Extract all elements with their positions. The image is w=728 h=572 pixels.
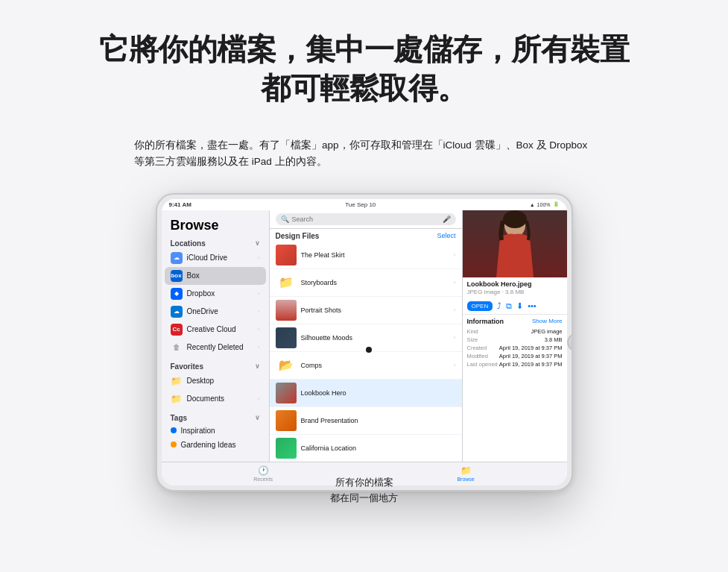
pleat-skirt-info: The Pleat Skirt <box>301 251 449 259</box>
tags-chevron-icon: ∨ <box>255 414 260 421</box>
comps-info: Comps <box>301 362 449 369</box>
sidebar-item-documents[interactable]: 📁 Documents › <box>162 390 269 408</box>
browse-title: Browse <box>162 215 269 238</box>
tags-section-header: Tags ∨ <box>162 412 269 424</box>
detail-image <box>463 210 567 277</box>
files-header: 🔍 🎤 <box>270 210 462 229</box>
file-item-storyboards[interactable]: 📁 Storyboards › <box>270 269 462 297</box>
search-icon: 🔍 <box>281 216 289 223</box>
detail-file-type: JPEG image · 3.8 MB <box>463 289 567 298</box>
documents-label: Documents <box>187 395 225 403</box>
locations-label: Locations <box>171 239 206 248</box>
storyboards-name: Storyboards <box>301 279 449 286</box>
dropbox-icon: ◆ <box>171 288 183 300</box>
sidebar-item-box[interactable]: box Box <box>165 267 266 285</box>
info-row-modified: Modified April 19, 2019 at 9:37 PM <box>467 352 563 360</box>
pleat-skirt-thumb <box>276 245 297 265</box>
file-item-brand-presentation[interactable]: Brand Presentation <box>270 407 462 435</box>
portrait-shots-thumb <box>276 300 297 321</box>
silhouette-thumb <box>276 327 297 348</box>
description-section: 你的所有檔案，盡在一處。有了「檔案」app，你可存取和管理在「iCloud 雲碟… <box>0 122 728 193</box>
sidebar-item-onedrive[interactable]: ☁ OneDrive › <box>162 303 269 321</box>
status-date: Tue Sep 10 <box>345 201 376 208</box>
lookbook-name: Lookbook Hero <box>301 389 456 397</box>
hero-section: 它將你的檔案，集中一處儲存，所有裝置都可輕鬆取得。 <box>0 0 728 122</box>
gardening-tag-icon <box>171 441 177 447</box>
tab-recents[interactable]: 🕐 Recents <box>253 465 273 482</box>
sidebar-item-desktop[interactable]: 📁 Desktop <box>162 372 269 390</box>
file-item-lookbook[interactable]: Lookbook Hero <box>270 380 462 407</box>
app-content: Browse Locations ∨ ☁ iCloud Drive › <box>162 210 567 462</box>
show-more-button[interactable]: Show More <box>532 318 562 324</box>
sidebar-item-inspiration[interactable]: Inspiration <box>162 424 269 438</box>
status-right: ▲ 100% 🔋 <box>530 201 560 207</box>
search-bar[interactable]: 🔍 🎤 <box>276 213 456 225</box>
files-main: 🔍 🎤 Design Files Select <box>270 210 463 462</box>
file-item-portrait-shots[interactable]: Portrait Shots › <box>270 297 462 324</box>
sidebar-item-gardening[interactable]: Gardening Ideas <box>162 438 269 452</box>
pleat-skirt-chevron-icon: › <box>454 251 456 258</box>
info-size-label: Size <box>467 336 478 343</box>
creative-cloud-icon: Cc <box>171 324 183 336</box>
documents-chevron-icon: › <box>258 395 260 402</box>
save-icon[interactable]: ⬇ <box>516 301 523 311</box>
recently-deleted-chevron-icon: › <box>258 344 260 351</box>
info-last-opened-value: April 19, 2019 at 9:37 PM <box>499 361 563 368</box>
sidebar-item-icloud[interactable]: ☁ iCloud Drive › <box>162 249 269 267</box>
documents-folder-icon: 📁 <box>171 393 183 405</box>
onedrive-icon: ☁ <box>171 306 183 318</box>
file-item-pleat-skirt[interactable]: The Pleat Skirt › <box>270 242 462 269</box>
info-created-label: Created <box>467 345 487 351</box>
file-item-california[interactable]: California Location <box>270 435 462 462</box>
status-bar: 9:41 AM Tue Sep 10 ▲ 100% 🔋 <box>162 199 567 210</box>
detail-file-name: Lookbook Hero.jpeg <box>463 277 567 289</box>
design-files-title: Design Files <box>276 232 320 240</box>
box-label: Box <box>187 271 200 280</box>
more-icon[interactable]: ••• <box>528 301 536 311</box>
copy-icon[interactable]: ⧉ <box>506 301 512 311</box>
open-button[interactable]: OPEN <box>467 301 493 311</box>
info-kind-label: Kind <box>467 328 478 335</box>
comps-name: Comps <box>301 362 449 369</box>
silhouette-name: Silhouette Moods <box>301 334 449 342</box>
detail-image-person <box>463 210 567 277</box>
brand-presentation-thumb <box>276 410 297 431</box>
carousel-dot-indicator <box>366 347 372 353</box>
favorites-label: Favorites <box>171 362 203 371</box>
sidebar: Browse Locations ∨ ☁ iCloud Drive › <box>162 210 270 462</box>
inspiration-tag-icon <box>171 427 177 433</box>
info-kind-value: JPEG image <box>531 328 562 335</box>
portrait-shots-chevron-icon: › <box>454 307 456 313</box>
ipad-frame: 9:41 AM Tue Sep 10 ▲ 100% 🔋 Browse <box>156 193 573 491</box>
sidebar-item-cc[interactable]: Cc Creative Cloud › <box>162 321 269 339</box>
design-files-header: Design Files Select <box>270 229 462 242</box>
mic-icon: 🎤 <box>443 216 451 223</box>
onedrive-label: OneDrive <box>187 307 218 315</box>
detail-actions: OPEN ⤴ ⧉ ⬇ ••• <box>463 298 567 315</box>
description-text: 你的所有檔案，盡在一處。有了「檔案」app，你可存取和管理在「iCloud 雲碟… <box>134 137 594 171</box>
sidebar-item-recently-deleted[interactable]: 🗑 Recently Deleted › <box>162 339 269 356</box>
silhouette-chevron-icon: › <box>454 334 456 341</box>
portrait-shots-info: Portrait Shots <box>301 307 449 314</box>
trash-icon: 🗑 <box>171 342 183 353</box>
select-button[interactable]: Select <box>437 232 455 239</box>
battery-icon: 🔋 <box>553 201 560 207</box>
gardening-label: Gardening Ideas <box>181 441 236 449</box>
detail-info-section: Information Show More Kind JPEG image Si… <box>463 315 567 371</box>
portrait-shots-name: Portrait Shots <box>301 307 449 314</box>
detail-info-header: Information Show More <box>467 318 563 325</box>
battery-text: 100% <box>537 202 551 207</box>
share-icon[interactable]: ⤴ <box>497 301 501 311</box>
tags-label: Tags <box>171 414 188 422</box>
sidebar-item-dropbox[interactable]: ◆ Dropbox › <box>162 285 269 303</box>
tab-browse[interactable]: 📁 Browse <box>457 465 474 482</box>
ipad-home-button[interactable] <box>567 333 573 351</box>
icloud-label: iCloud Drive <box>187 254 227 262</box>
info-modified-value: April 19, 2019 at 9:37 PM <box>499 353 563 359</box>
search-input[interactable] <box>292 216 440 223</box>
annotation-bottom: 所有你的檔案 都在同一個地方 <box>330 475 398 506</box>
detail-panel: Lookbook Hero.jpeg JPEG image · 3.8 MB O… <box>463 210 567 462</box>
file-item-comps[interactable]: 📂 Comps › <box>270 352 462 380</box>
locations-chevron-icon: ∨ <box>255 239 260 247</box>
icloud-chevron-icon: › <box>258 254 260 261</box>
